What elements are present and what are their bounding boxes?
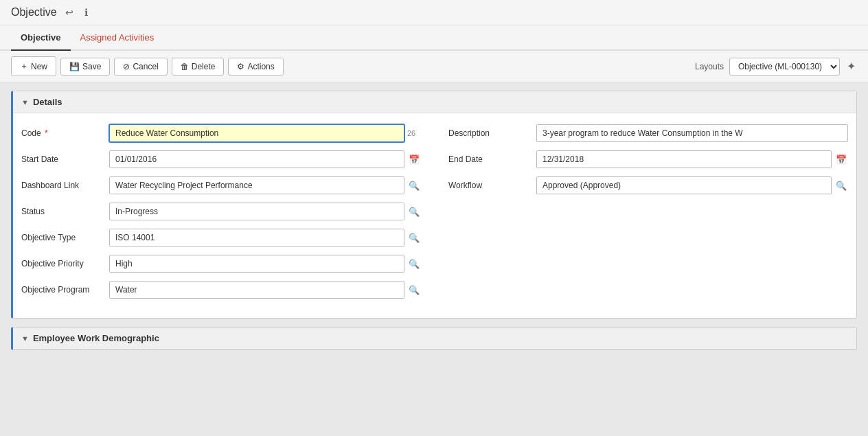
delete-label: Delete — [192, 62, 216, 71]
save-label: Save — [82, 62, 101, 71]
end-date-label: End Date — [448, 154, 531, 164]
details-section-header[interactable]: ▼ Details — [13, 91, 856, 113]
start-date-input[interactable] — [109, 150, 404, 168]
code-char-count: 26 — [407, 129, 421, 137]
code-field-wrapper: 26 — [109, 124, 421, 142]
description-label: Description — [448, 128, 531, 138]
left-column: Code * 26 Start Date 📅 — [21, 124, 421, 307]
workflow-input[interactable] — [536, 176, 832, 194]
description-input[interactable] — [536, 124, 848, 142]
objective-type-field-wrapper: 🔍 — [109, 229, 421, 246]
start-date-row: Start Date 📅 — [21, 150, 421, 168]
workflow-row: Workflow 🔍 — [448, 176, 848, 194]
objective-type-label: Objective Type — [21, 233, 104, 242]
status-row: Status 🔍 — [21, 203, 421, 220]
dashboard-link-field-wrapper: 🔍 — [109, 176, 421, 194]
star-button[interactable]: ✦ — [845, 58, 857, 74]
tab-assigned-activities[interactable]: Assigned Activities — [71, 25, 164, 51]
info-icon[interactable]: ℹ — [82, 5, 91, 19]
tabs-bar: Objective Assigned Activities — [0, 25, 868, 51]
dashboard-link-search-icon[interactable]: 🔍 — [407, 179, 421, 192]
status-field-wrapper: 🔍 — [109, 203, 421, 220]
objective-type-search-icon[interactable]: 🔍 — [407, 231, 421, 244]
end-date-input[interactable] — [536, 150, 832, 168]
app-title: Objective — [11, 6, 57, 19]
layouts-label: Layouts — [695, 62, 724, 71]
workflow-label: Workflow — [448, 181, 531, 190]
objective-program-label: Objective Program — [21, 285, 104, 295]
toolbar: ＋ New 💾 Save ⊘ Cancel 🗑 Delete ⚙ Actions… — [0, 51, 868, 82]
status-label: Status — [21, 207, 104, 216]
tab-objective[interactable]: Objective — [11, 25, 71, 51]
actions-button[interactable]: ⚙ Actions — [228, 58, 283, 76]
objective-priority-search-icon[interactable]: 🔍 — [407, 257, 421, 271]
workflow-field-wrapper: 🔍 — [536, 176, 848, 194]
cancel-label: Cancel — [133, 62, 158, 71]
toolbar-right: Layouts Objective (ML-000130) ✦ — [695, 58, 857, 76]
objective-program-row: Objective Program 🔍 — [21, 281, 421, 299]
details-section-body: Code * 26 Start Date 📅 — [13, 113, 856, 318]
objective-type-input[interactable] — [109, 229, 404, 246]
employee-section-title: Employee Work Demographic — [33, 333, 159, 343]
layouts-select[interactable]: Objective (ML-000130) — [729, 58, 840, 76]
actions-icon: ⚙ — [237, 62, 244, 71]
end-date-field-wrapper: 📅 — [536, 150, 848, 168]
objective-program-field-wrapper: 🔍 — [109, 281, 421, 299]
employee-chevron-down-icon: ▼ — [21, 334, 29, 343]
employee-section: ▼ Employee Work Demographic — [11, 327, 857, 350]
end-date-row: End Date 📅 — [448, 150, 848, 168]
form-grid: Code * 26 Start Date 📅 — [21, 124, 848, 307]
code-label: Code * — [21, 128, 104, 138]
end-date-calendar-icon[interactable]: 📅 — [834, 153, 848, 166]
back-icon[interactable]: ↩ — [62, 5, 76, 19]
main-content: ▼ Details Code * 26 — [0, 82, 868, 367]
delete-icon: 🗑 — [181, 62, 189, 71]
status-input[interactable] — [109, 203, 404, 220]
dashboard-link-label: Dashboard Link — [21, 181, 104, 190]
cancel-button[interactable]: ⊘ Cancel — [114, 58, 167, 76]
objective-priority-row: Objective Priority 🔍 — [21, 255, 421, 273]
start-date-label: Start Date — [21, 154, 104, 164]
chevron-down-icon: ▼ — [21, 98, 29, 106]
description-field-wrapper — [536, 124, 848, 142]
actions-label: Actions — [247, 62, 274, 71]
objective-program-input[interactable] — [109, 281, 404, 299]
objective-priority-field-wrapper: 🔍 — [109, 255, 421, 273]
save-button[interactable]: 💾 Save — [60, 58, 110, 76]
details-section: ▼ Details Code * 26 — [11, 91, 857, 319]
code-row: Code * 26 — [21, 124, 421, 142]
details-section-title: Details — [33, 97, 62, 107]
status-search-icon[interactable]: 🔍 — [407, 205, 421, 218]
description-row: Description — [448, 124, 848, 142]
code-input[interactable] — [109, 124, 404, 142]
cancel-icon: ⊘ — [123, 62, 130, 71]
new-button[interactable]: ＋ New — [11, 56, 56, 76]
new-label: New — [31, 62, 47, 71]
delete-button[interactable]: 🗑 Delete — [172, 58, 225, 76]
workflow-search-icon[interactable]: 🔍 — [834, 179, 848, 192]
employee-section-header[interactable]: ▼ Employee Work Demographic — [13, 328, 856, 349]
right-column: Description End Date 📅 — [448, 124, 848, 307]
objective-type-row: Objective Type 🔍 — [21, 229, 421, 246]
start-date-calendar-icon[interactable]: 📅 — [407, 153, 421, 166]
required-marker: * — [45, 128, 48, 138]
new-icon: ＋ — [20, 60, 28, 72]
save-icon: 💾 — [69, 62, 80, 71]
dashboard-link-row: Dashboard Link 🔍 — [21, 176, 421, 194]
objective-priority-label: Objective Priority — [21, 259, 104, 268]
start-date-field-wrapper: 📅 — [109, 150, 421, 168]
dashboard-link-input[interactable] — [109, 176, 404, 194]
objective-program-search-icon[interactable]: 🔍 — [407, 284, 421, 297]
app-header: Objective ↩ ℹ — [0, 0, 868, 25]
objective-priority-input[interactable] — [109, 255, 404, 273]
